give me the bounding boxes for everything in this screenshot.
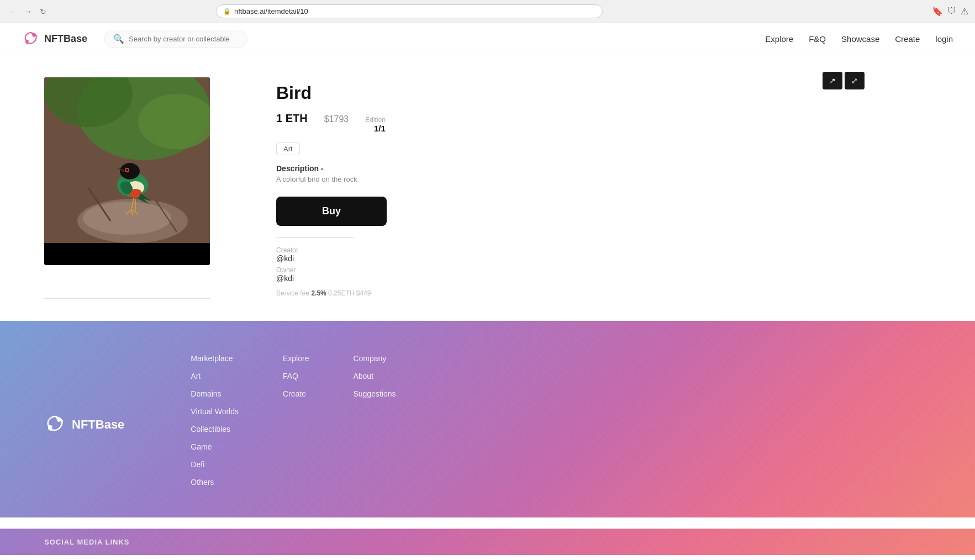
footer-link-explore[interactable]: Explore — [283, 354, 309, 363]
price-usd: $1793 — [324, 114, 349, 124]
footer-link-suggestions[interactable]: Suggestions — [353, 389, 396, 398]
footer-link-others[interactable]: Others — [191, 478, 239, 487]
search-input[interactable] — [129, 35, 238, 43]
price-row: 1 ETH $1793 Edition 1/1 — [276, 112, 497, 134]
nft-image-bottom — [44, 243, 210, 265]
shield-icon: 🛡 — [947, 6, 956, 17]
footer-col-marketplace: Marketplace Art Domains Virtual Worlds C… — [191, 354, 239, 495]
nav-showcase[interactable]: Showcase — [841, 34, 879, 44]
service-fee-text: Service fee — [276, 289, 309, 297]
svg-point-18 — [126, 169, 128, 171]
footer-logo-text: NFTBase — [72, 418, 124, 432]
service-fee: Service fee 2.5% 0.25ETH $449 — [276, 289, 497, 297]
footer-col-explore: Explore FAQ Create — [283, 354, 309, 495]
item-title: Bird — [276, 83, 497, 103]
footer-link-virtual-worlds[interactable]: Virtual Worlds — [191, 407, 239, 416]
footer-link-defi[interactable]: Defi — [191, 460, 239, 469]
browser-actions: 🔖 🛡 ⚠ — [932, 6, 968, 17]
nav-login[interactable]: login — [935, 34, 953, 44]
footer-link-art[interactable]: Art — [191, 372, 239, 381]
description-label: Description - — [276, 164, 497, 173]
logo[interactable]: NFTBase — [22, 30, 87, 48]
creator-section: Creator @kdi — [276, 246, 497, 263]
svg-point-5 — [83, 202, 171, 235]
bookmark-icon[interactable]: 🔖 — [932, 6, 943, 17]
service-fee-usd: $449 — [356, 289, 371, 297]
url-text: nftbase.ai/itemdetail/10 — [234, 7, 308, 15]
service-fee-pct: 2.5% — [311, 289, 326, 297]
back-button[interactable]: ← — [7, 6, 19, 17]
footer-col-company: Company About Suggestions — [353, 354, 396, 495]
main-content: ↗ ⤢ — [0, 55, 975, 321]
edition-value: 1/1 — [374, 124, 386, 133]
nav-explore[interactable]: Explore — [765, 34, 793, 44]
nft-image — [44, 77, 210, 243]
floating-buttons: ↗ ⤢ — [823, 72, 865, 89]
creator-label: Creator — [276, 246, 497, 254]
footer-link-marketplace[interactable]: Marketplace — [191, 354, 239, 363]
footer-link-collectibles[interactable]: Collectibles — [191, 425, 239, 434]
alert-icon: ⚠ — [961, 6, 968, 17]
footer-link-about[interactable]: About — [353, 372, 396, 381]
footer-link-game[interactable]: Game — [191, 442, 239, 451]
footer-columns: Marketplace Art Domains Virtual Worlds C… — [191, 354, 931, 495]
owner-value: @kdi — [276, 274, 497, 283]
social-media-label: SOCIAL MEDIA LINKS — [44, 538, 130, 546]
image-separator — [44, 298, 210, 299]
buy-button[interactable]: Buy — [276, 197, 387, 226]
image-panel — [44, 77, 243, 299]
footer-link-create[interactable]: Create — [283, 389, 309, 398]
footer-link-faq[interactable]: FAQ — [283, 372, 309, 381]
footer: NFTBase Marketplace Art Domains Virtual … — [0, 321, 975, 517]
section-divider — [276, 237, 354, 237]
search-bar[interactable]: 🔍 — [104, 30, 247, 48]
logo-text: NFTBase — [44, 33, 87, 45]
footer-logo-icon — [44, 414, 66, 436]
service-fee-eth: 0.25ETH — [328, 289, 354, 297]
nft-image-container — [44, 77, 210, 265]
nft-artwork — [44, 77, 210, 243]
creator-value: @kdi — [276, 254, 497, 263]
footer-bottom: SOCIAL MEDIA LINKS — [0, 529, 975, 555]
logo-icon — [22, 30, 40, 48]
detail-panel: Bird 1 ETH $1793 Edition 1/1 Art Descrip… — [276, 77, 497, 299]
owner-section: Owner @kdi — [276, 266, 497, 283]
nav-faq[interactable]: F&Q — [809, 34, 826, 44]
edition-label: Edition — [365, 116, 386, 124]
footer-link-domains[interactable]: Domains — [191, 389, 239, 398]
search-icon: 🔍 — [113, 34, 124, 44]
footer-logo: NFTBase — [44, 354, 124, 495]
price-eth: 1 ETH — [276, 112, 308, 125]
owner-label: Owner — [276, 266, 497, 274]
nav-create[interactable]: Create — [895, 34, 920, 44]
footer-link-company[interactable]: Company — [353, 354, 396, 363]
navbar: NFTBase 🔍 Explore F&Q Showcase Create lo… — [0, 23, 975, 55]
address-bar[interactable]: 🔒 nftbase.ai/itemdetail/10 — [216, 4, 603, 18]
browser-chrome: ← → ↻ 🔒 nftbase.ai/itemdetail/10 🔖 🛡 ⚠ — [0, 0, 975, 23]
expand-button[interactable]: ⤢ — [845, 72, 865, 89]
nav-links: Explore F&Q Showcase Create login — [765, 34, 953, 44]
share-button[interactable]: ↗ — [823, 72, 842, 89]
category-tag: Art — [276, 142, 300, 155]
lock-icon: 🔒 — [223, 8, 231, 15]
forward-button[interactable]: → — [22, 6, 34, 17]
edition-block: Edition 1/1 — [365, 116, 386, 134]
browser-nav-buttons: ← → ↻ — [7, 6, 49, 17]
description-text: A colorful bird on the rock — [276, 175, 497, 183]
reload-button[interactable]: ↻ — [38, 6, 49, 17]
